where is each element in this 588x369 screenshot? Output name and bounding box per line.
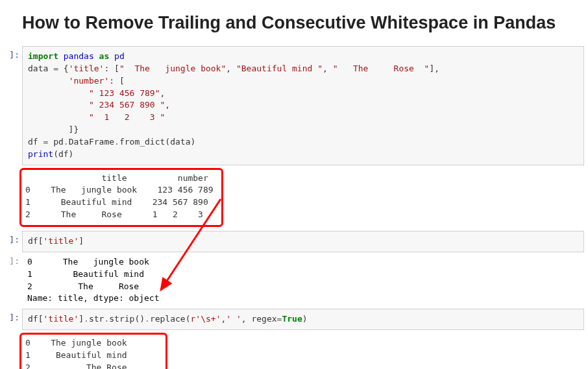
code-input-2[interactable]: df['title']	[22, 231, 584, 252]
code-input-1[interactable]: import pandas as pd data = {'title': [" …	[22, 46, 584, 165]
code-input-3[interactable]: df['title'].str.strip().replace(r'\s+','…	[22, 309, 584, 330]
page-title: How to Remove Trailing and Consecutive W…	[22, 13, 588, 33]
code-output-2: 0 The jungle book 1 Beautiful mind 2 The…	[22, 252, 584, 309]
output-prompt: ]:	[0, 252, 22, 266]
input-prompt: ]:	[0, 46, 22, 60]
code-cell-3: ]: df['title'].str.strip().replace(r'\s+…	[0, 309, 588, 330]
input-prompt: ]:	[0, 309, 22, 322]
output-highlight-2: 0 The jungle book 1 Beautiful mind 2 The…	[19, 333, 167, 369]
output-highlight-1: title number 0 The jungle book 123 456 7…	[19, 168, 223, 227]
notebook-page: How to Remove Trailing and Consecutive W…	[0, 0, 588, 369]
code-cell-2: ]: df['title']	[0, 231, 588, 252]
code-cell-1: ]: import pandas as pd data = {'title': …	[0, 46, 588, 165]
output-cell-2: ]: 0 The jungle book 1 Beautiful mind 2 …	[0, 252, 588, 309]
input-prompt: ]:	[0, 231, 22, 244]
